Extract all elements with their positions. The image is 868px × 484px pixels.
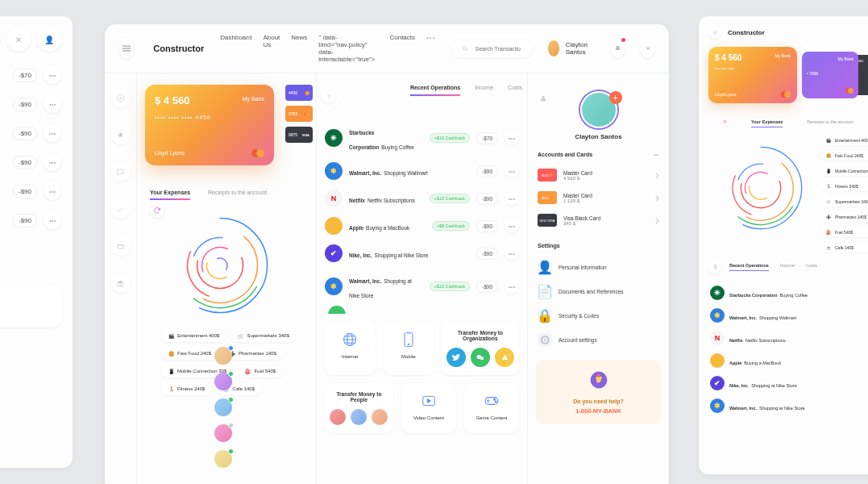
tab-income[interactable]: Income (475, 85, 493, 96)
legend-item[interactable]: 📱Mobile Connection 30$ (821, 166, 868, 176)
add-icon[interactable]: + (609, 91, 622, 104)
tab-costs[interactable]: Costs (508, 85, 522, 96)
transaction-row[interactable]: ✱ Walmart, Inc.Shopping Wallmart -$90 (708, 304, 868, 327)
legend-item[interactable]: 🏃Fitness 240$ (161, 382, 211, 395)
legend-item[interactable]: 🍔Fast Food 240$ (821, 151, 868, 161)
settings-item[interactable]: 🔒Security & Codes (536, 303, 661, 328)
more-icon[interactable]: ••• (505, 219, 519, 233)
legend-item[interactable]: 🍔Fast Food 240$ (161, 347, 218, 360)
legend-item[interactable]: 🛒Supermarkets 340$ (230, 329, 295, 342)
video-card[interactable]: Video Content (401, 383, 456, 433)
chart-icon[interactable] (111, 199, 131, 219)
more-icon[interactable]: ••• (44, 182, 61, 200)
internet-card[interactable]: Internet (325, 322, 376, 375)
tab-receipts[interactable]: Receipts to the account (208, 190, 267, 200)
contact-avatar[interactable] (214, 424, 232, 442)
chart-refresh-icon[interactable] (150, 203, 164, 218)
drive-icon[interactable] (495, 348, 514, 367)
compass-icon[interactable] (111, 88, 131, 107)
contact-avatar[interactable] (214, 398, 232, 416)
star-icon[interactable] (111, 125, 131, 144)
more-icon[interactable]: ••• (505, 164, 519, 178)
tab-expenses[interactable]: Your Expenses (150, 190, 190, 200)
bell-icon[interactable] (611, 39, 625, 58)
close-icon[interactable] (641, 39, 654, 58)
account-row[interactable]: 9015VISA Visa Black Card345 $ › (536, 209, 661, 232)
account-row[interactable]: 9015 Master Card4 560 $ › (536, 164, 661, 186)
search-box[interactable] (451, 40, 532, 57)
transaction-row[interactable]: AppleBuying a MacBook +$8 Cashback -$90 … (322, 212, 522, 240)
transaction-row[interactable]: ✔ Nike, Inc.Shopping at Nike Store -$90 (708, 372, 868, 394)
settings-item[interactable]: ⚙Account settings (536, 328, 661, 352)
legend-item[interactable]: 🏃Fitness 240$ (821, 182, 868, 191)
settings-item[interactable]: 📄Documents and References (536, 279, 661, 303)
nav-contacts[interactable]: Contacts (389, 34, 415, 63)
contact-avatar[interactable] (214, 373, 232, 390)
tab-expenses[interactable]: Your Expenses (751, 119, 783, 127)
card-thumbnail[interactable]: 9875VISA (285, 127, 313, 143)
wallet-icon[interactable] (111, 236, 131, 256)
wechat-icon[interactable] (471, 348, 490, 367)
contact-avatar[interactable] (214, 450, 232, 468)
more-icon[interactable]: ••• (505, 131, 519, 145)
nav-about[interactable]: About Us (263, 34, 280, 63)
card-thumbnail[interactable]: 4456 (285, 85, 313, 101)
more-icon[interactable]: ••• (44, 153, 61, 171)
more-icon[interactable]: ••• (44, 95, 61, 113)
user-block[interactable]: Clayton Santos (548, 40, 595, 56)
search-input[interactable] (476, 46, 521, 52)
tab-recent[interactable]: Recent Operations (729, 263, 769, 271)
profile-avatar[interactable]: + (580, 91, 617, 128)
filter-icon[interactable]: ⚲ (708, 261, 721, 273)
menu-icon[interactable]: ≡ (708, 26, 721, 39)
tab-receipts[interactable]: Receipts to the account (807, 119, 853, 127)
close-icon[interactable]: ✕ (6, 27, 31, 52)
transaction-row[interactable]: ✳ Starbucks CorporationBuying Coffee +$1… (322, 119, 522, 157)
card-thumbnail[interactable]: 5783 (285, 106, 313, 122)
transaction-row[interactable]: ✱ Walmart, Inc.Shopping at Nike Store +$… (322, 267, 522, 306)
user-icon[interactable]: 👤 (37, 27, 61, 52)
legend-item[interactable]: ⛽Fuel 540$ (821, 227, 868, 237)
transaction-row[interactable]: ✳ Starbucks CorporationBuying Coffee +$1… (708, 282, 868, 304)
nav-more[interactable]: ••• (426, 34, 435, 63)
transaction-row[interactable]: AppleBuying a MacBook +$8 Cashback -$90 (708, 349, 868, 372)
legend-item[interactable]: 🎬Entertainment 400$ (821, 136, 868, 145)
more-icon[interactable]: ••• (44, 66, 61, 84)
nav-dashboard[interactable]: Dashboard (220, 34, 251, 63)
settings-item[interactable]: 👤Personal information (536, 255, 661, 279)
legend-item[interactable]: ☕Cafe 140$ (821, 243, 868, 252)
more-icon[interactable]: ••• (44, 211, 61, 229)
chart-refresh-icon[interactable]: ⟳ (723, 119, 727, 127)
more-icon[interactable]: ••• (654, 152, 659, 157)
help-phone[interactable]: 1-800-MY-BANK (546, 407, 651, 415)
transaction-row[interactable]: N NetflixNetflix Subscriptions +$10 Cash… (708, 327, 868, 349)
transaction-row[interactable]: N NetflixNetflix Subscriptions +$10 Cash… (322, 185, 522, 212)
transaction-row[interactable]: ✱ Walmart, Inc.Shopping at Nike Store +$… (708, 394, 868, 417)
game-card[interactable]: Game Content (464, 383, 519, 433)
legend-item[interactable]: ⛽Fuel 540$ (238, 365, 282, 378)
menu-icon[interactable] (119, 38, 134, 59)
credit-card-secondary[interactable]: My Bank • 7896 (802, 52, 858, 98)
legend-item[interactable]: 🎬Entertainment 400$ (161, 329, 226, 342)
legend-item[interactable]: 🛒Supermarkets 340$ (821, 197, 868, 207)
legend-item[interactable]: ➕Pharmacies 140$ (821, 212, 868, 222)
mobile-card[interactable]: Mobile (384, 322, 434, 375)
nav-news[interactable]: News (291, 34, 307, 63)
tab-income[interactable]: Income (780, 263, 795, 271)
person-avatar[interactable] (330, 409, 346, 425)
more-icon[interactable]: ••• (505, 246, 519, 261)
message-icon[interactable] (111, 162, 131, 182)
transaction-row[interactable]: ✔ Nike, Inc.Shopping at Nike Store -$90 … (322, 240, 522, 267)
more-icon[interactable]: ••• (505, 279, 519, 294)
more-icon[interactable]: ••• (505, 191, 519, 206)
account-row[interactable]: 9015 Master Card1 120 $ › (536, 186, 661, 209)
person-avatar[interactable] (351, 409, 367, 425)
tab-costs[interactable]: Costs (806, 263, 817, 271)
person-avatar[interactable] (372, 409, 388, 425)
transaction-row[interactable]: ✱ Walmart, Inc.Shopping Wallmart -$90 ••… (322, 157, 522, 185)
credit-card[interactable]: $ 4 560 My Bank •••• •••• •••• 4456 Lloy… (145, 85, 274, 165)
credit-card[interactable]: $ 4 560 My Bank •••• •••• •••• Lloyd Lyo… (708, 47, 797, 103)
contact-avatar[interactable] (214, 347, 232, 365)
twitter-icon[interactable] (446, 348, 466, 367)
filter-icon[interactable] (322, 89, 336, 103)
